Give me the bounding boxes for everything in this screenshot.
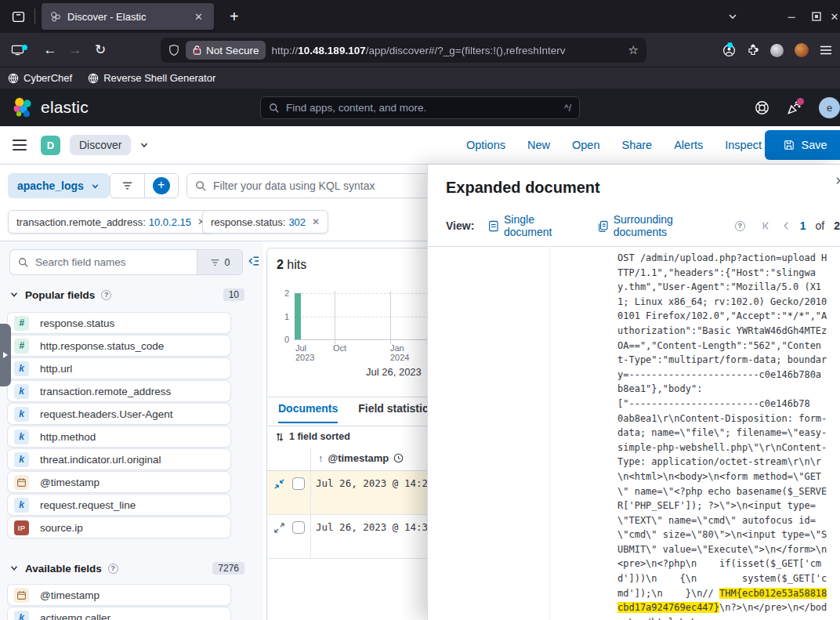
single-document-link[interactable]: Single document xyxy=(488,213,584,238)
filter-lines-icon[interactable] xyxy=(110,174,144,198)
timestamp-column-header[interactable]: ↑ @timestamp xyxy=(318,452,404,464)
toolbar-menu-options[interactable]: Options xyxy=(466,139,505,151)
field-item[interactable]: kthreat.indicator.url.original xyxy=(8,449,230,470)
user-avatar[interactable]: e xyxy=(819,97,840,118)
sidebar-drag-handle[interactable] xyxy=(0,324,11,386)
back-button[interactable]: ← xyxy=(38,42,63,58)
nav-right-icons xyxy=(722,33,834,67)
collapse-row-icon[interactable] xyxy=(273,478,285,490)
toolbar-menu-new[interactable]: New xyxy=(527,139,550,151)
field-item[interactable]: #response.status xyxy=(8,313,230,333)
extension-globe-icon[interactable] xyxy=(770,44,784,57)
extensions-puzzle-icon[interactable] xyxy=(747,44,759,56)
global-search-input[interactable]: Find apps, content, and more. ^/ xyxy=(260,96,580,119)
data-view-picker[interactable]: apache_logs xyxy=(8,173,110,198)
filter-pill[interactable]: response.status:302✕ xyxy=(202,210,328,234)
bookmark-star-icon[interactable]: ☆ xyxy=(628,43,639,57)
filter-pill[interactable]: transaction.remote_address:10.0.2.15✕ xyxy=(8,210,214,234)
url-bar[interactable]: Not Secure http://10.48.189.107/app/disc… xyxy=(161,38,646,63)
field-search-input[interactable]: Search field names 0 xyxy=(9,249,243,275)
bookmark-item[interactable]: CyberChef xyxy=(8,72,72,84)
calendar-icon xyxy=(16,590,27,600)
help-question-icon[interactable]: ? xyxy=(101,290,111,300)
profile-avatar-icon[interactable] xyxy=(795,43,809,57)
field-item[interactable]: krequest.headers.User-Agent xyxy=(8,404,230,424)
news-icon[interactable] xyxy=(787,100,802,115)
help-question-icon[interactable]: ? xyxy=(735,221,745,231)
reload-button[interactable]: ↻ xyxy=(88,42,113,58)
document-line: 0101 Firefox/102.0","Accept":"*/*","A xyxy=(617,309,840,324)
tab-documents[interactable]: Documents xyxy=(278,402,338,423)
shield-icon[interactable] xyxy=(168,44,179,56)
field-item[interactable]: kactivemq.caller xyxy=(8,607,230,620)
tab-close-icon[interactable]: ✕ xyxy=(191,9,206,24)
field-item[interactable]: khttp.method xyxy=(8,426,230,447)
collapse-sidebar-icon[interactable] xyxy=(248,256,259,266)
field-filter-button[interactable]: 0 xyxy=(197,250,242,274)
breadcrumb[interactable]: Discover xyxy=(70,135,131,155)
field-item[interactable]: IPsource.ip xyxy=(8,517,230,538)
field-item[interactable]: #http.response.status_code xyxy=(8,335,230,356)
menu-hamburger-icon[interactable] xyxy=(820,45,832,56)
brand-text: elastic xyxy=(41,98,89,117)
field-item[interactable]: khttp.url xyxy=(8,358,230,379)
first-page-icon[interactable] xyxy=(761,220,772,231)
remove-filter-icon[interactable]: ✕ xyxy=(312,216,320,227)
field-name: request.headers.User-Agent xyxy=(40,408,173,420)
close-flyout-icon[interactable]: ✕ xyxy=(835,174,840,188)
tab-list-chevron[interactable] xyxy=(727,0,738,33)
row-checkbox[interactable] xyxy=(292,477,305,490)
toolbar-menu-alerts[interactable]: Alerts xyxy=(674,139,703,151)
field-type-token-date xyxy=(14,475,29,490)
minimize-button[interactable]: ─ xyxy=(779,11,804,23)
save-button[interactable]: Save xyxy=(765,130,840,160)
field-item[interactable]: krequest.request_line xyxy=(8,495,230,515)
space-badge[interactable]: D xyxy=(41,136,60,155)
expand-row-button[interactable] xyxy=(273,522,285,534)
add-filter-button[interactable]: + xyxy=(144,174,179,198)
screenshare-icon[interactable] xyxy=(5,44,30,56)
forward-button[interactable]: → xyxy=(63,42,88,58)
bookmark-item[interactable]: Reverse Shell Generator xyxy=(88,72,215,84)
field-name: @timestamp xyxy=(40,589,100,601)
field-item[interactable]: @timestamp xyxy=(8,472,230,492)
new-tab-button[interactable]: + xyxy=(223,8,245,26)
maximize-button[interactable] xyxy=(804,12,829,21)
toolbar-menu-share[interactable]: Share xyxy=(621,139,652,151)
field-type-token-keyword: k xyxy=(14,498,29,513)
account-icon[interactable] xyxy=(722,44,736,57)
filter-pill-field: transaction.remote_address: xyxy=(16,216,146,228)
elastic-brand[interactable]: elastic xyxy=(13,97,89,118)
document-line: \"TEXT\" name=\"cmd\" autofocus id= xyxy=(617,513,840,528)
popular-fields-header[interactable]: Popular fields ? 10 xyxy=(9,287,244,303)
field-type-token-date xyxy=(14,588,29,603)
row-timestamp: Jul 26, 2023 @ 14:33: xyxy=(316,521,440,533)
view-label: View: xyxy=(446,219,474,232)
field-item[interactable]: @timestamp xyxy=(8,585,230,605)
sorted-fields-button[interactable]: 1 field sorted xyxy=(275,431,350,442)
field-name: @timestamp xyxy=(40,477,100,488)
collapse-row-button[interactable] xyxy=(273,478,285,490)
toolbar-menu-inspect[interactable]: Inspect xyxy=(725,139,762,151)
document-line: md']);\n }\n// THM{ecb012e53a58818 xyxy=(617,586,840,601)
help-question-icon[interactable]: ? xyxy=(108,564,118,574)
row-checkbox[interactable] xyxy=(292,521,305,534)
help-icon[interactable] xyxy=(755,100,769,115)
breadcrumb-chevron-icon[interactable] xyxy=(139,140,150,150)
flag-highlight: cbd17a924769ec447} xyxy=(617,602,719,613)
close-window-button[interactable]: ✕ xyxy=(829,11,840,23)
histogram-bar[interactable] xyxy=(295,293,301,339)
expand-row-icon[interactable] xyxy=(273,522,285,534)
toolbar-menu-open[interactable]: Open xyxy=(572,139,599,151)
firefox-view-icon[interactable] xyxy=(8,6,28,27)
browser-tab[interactable]: Discover - Elastic ✕ xyxy=(42,3,214,30)
surrounding-documents-link[interactable]: Surrounding documents xyxy=(598,213,727,238)
url-text[interactable]: http://10.48.189.107/app/discover#/?_g=(… xyxy=(272,45,624,56)
available-fields-header[interactable]: Available fields ? 7276 xyxy=(9,560,244,576)
nav-menu-icon[interactable] xyxy=(13,140,27,150)
document-content[interactable]: OST /admin/upload.php?action=upload HTTP… xyxy=(617,251,840,620)
tab-field-statistics[interactable]: Field statistics xyxy=(358,402,434,423)
previous-page-icon[interactable] xyxy=(781,220,791,231)
security-chip[interactable]: Not Secure xyxy=(186,41,266,60)
field-item[interactable]: ktransaction.remote_address xyxy=(8,381,230,401)
